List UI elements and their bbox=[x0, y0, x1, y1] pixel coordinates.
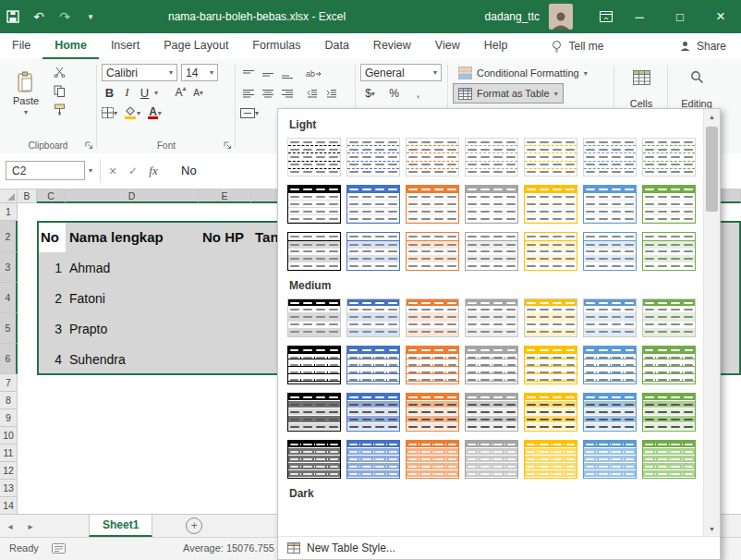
gallery-scrollbar[interactable]: ▲ ▼ bbox=[703, 109, 720, 536]
row-header-6[interactable]: 6 bbox=[0, 344, 18, 374]
name-box[interactable]: C2 bbox=[6, 161, 85, 180]
cell[interactable] bbox=[18, 427, 38, 445]
cell[interactable] bbox=[18, 203, 38, 222]
table-style-medium-grid-gray[interactable] bbox=[465, 346, 518, 384]
comma-style-button[interactable]: , bbox=[410, 85, 426, 102]
cell[interactable] bbox=[37, 427, 67, 445]
enter-icon[interactable]: ✓ bbox=[124, 161, 142, 180]
cell[interactable]: 4 bbox=[37, 344, 67, 375]
table-style-medium-grid-green[interactable] bbox=[642, 346, 696, 384]
tab-help[interactable]: Help bbox=[472, 33, 520, 59]
row-header-4[interactable]: 4 bbox=[0, 283, 18, 313]
name-box-caret-icon[interactable]: ▾ bbox=[89, 166, 92, 175]
cell[interactable] bbox=[199, 392, 252, 410]
table-style-medium-strong-orange[interactable] bbox=[406, 393, 459, 432]
table-style-medium-solid-header-gray[interactable] bbox=[465, 298, 518, 337]
cell[interactable]: 2 bbox=[37, 283, 67, 314]
align-top-button[interactable] bbox=[240, 66, 256, 82]
cell[interactable] bbox=[37, 462, 67, 481]
cell[interactable] bbox=[18, 392, 38, 410]
table-style-medium-strong-gold[interactable] bbox=[524, 393, 577, 432]
table-style-light-plain-green[interactable] bbox=[642, 138, 696, 177]
cell[interactable] bbox=[66, 392, 200, 410]
table-style-medium-strong-lightblue[interactable] bbox=[583, 393, 637, 432]
cell[interactable]: Nama lengkap bbox=[66, 221, 200, 253]
italic-button[interactable]: I bbox=[119, 84, 135, 101]
share-button[interactable]: Share bbox=[679, 33, 726, 59]
table-style-light-banded-lightblue[interactable] bbox=[583, 232, 637, 271]
tab-view[interactable]: View bbox=[423, 33, 472, 59]
wrap-text-button[interactable]: ab bbox=[306, 66, 322, 82]
cell[interactable] bbox=[199, 252, 252, 284]
cell[interactable] bbox=[18, 444, 38, 463]
cell[interactable] bbox=[18, 283, 38, 314]
align-right-button[interactable] bbox=[279, 85, 295, 102]
customize-quick-access-icon[interactable]: ▾ bbox=[78, 0, 103, 33]
table-style-light-header-blue[interactable] bbox=[346, 185, 400, 224]
cell[interactable] bbox=[66, 427, 200, 445]
row-header-8[interactable]: 8 bbox=[0, 392, 18, 409]
save-icon[interactable] bbox=[0, 0, 26, 33]
paste-button[interactable]: Paste ▾ bbox=[6, 64, 46, 123]
minimize-button[interactable]: ─ bbox=[619, 0, 660, 33]
cell[interactable]: 1 bbox=[37, 252, 67, 284]
conditional-formatting-button[interactable]: Conditional Formatting ▾ bbox=[453, 63, 593, 83]
redo-icon[interactable]: ↷ bbox=[52, 0, 78, 33]
align-bottom-button[interactable] bbox=[279, 66, 295, 82]
table-style-medium-solid-header-blue[interactable] bbox=[346, 298, 400, 337]
font-dialog-launcher-icon[interactable] bbox=[224, 141, 232, 150]
table-style-medium-grid-gold[interactable] bbox=[524, 346, 577, 384]
formula-input[interactable]: No bbox=[181, 161, 197, 180]
row-header-12[interactable]: 12 bbox=[0, 462, 18, 480]
scroll-thumb[interactable] bbox=[706, 127, 718, 212]
table-style-medium-solid-header-orange[interactable] bbox=[406, 298, 459, 337]
cell[interactable] bbox=[37, 203, 67, 222]
cell[interactable] bbox=[199, 497, 252, 514]
tab-review[interactable]: Review bbox=[361, 33, 423, 59]
row-header-11[interactable]: 11 bbox=[0, 444, 18, 462]
tab-page-layout[interactable]: Page Layout bbox=[152, 33, 240, 59]
cell[interactable]: Fatoni bbox=[66, 283, 200, 314]
scroll-up-icon[interactable]: ▲ bbox=[704, 109, 720, 124]
table-style-medium-solid-header-lightblue[interactable] bbox=[583, 298, 637, 337]
cell[interactable] bbox=[199, 462, 252, 481]
table-style-medium-solid-green[interactable] bbox=[642, 440, 696, 479]
tell-me-box[interactable]: Tell me bbox=[551, 33, 603, 59]
borders-button[interactable]: ▾ bbox=[102, 104, 117, 121]
cell[interactable] bbox=[199, 283, 252, 314]
table-style-light-header-gray[interactable] bbox=[465, 185, 518, 224]
table-style-medium-grid-lightblue[interactable] bbox=[583, 346, 637, 384]
maximize-button[interactable]: □ bbox=[660, 0, 700, 33]
cell[interactable] bbox=[66, 409, 200, 428]
cell[interactable] bbox=[37, 480, 67, 498]
cancel-icon[interactable]: × bbox=[103, 161, 122, 180]
sheet-nav-right-icon[interactable]: ▸ bbox=[20, 515, 41, 537]
table-style-light-banded-blue[interactable] bbox=[346, 232, 400, 271]
row-header-1[interactable]: 1 bbox=[0, 203, 18, 221]
percent-style-button[interactable]: % bbox=[386, 85, 402, 102]
table-style-medium-solid-header-black[interactable] bbox=[287, 298, 341, 337]
table-style-light-banded-black[interactable] bbox=[287, 232, 341, 271]
cell[interactable]: 3 bbox=[37, 313, 67, 345]
table-style-light-plain-gray[interactable] bbox=[465, 138, 518, 177]
cell[interactable] bbox=[37, 409, 67, 428]
table-style-medium-grid-blue[interactable] bbox=[346, 346, 400, 384]
cell[interactable] bbox=[18, 497, 38, 514]
cell[interactable] bbox=[199, 203, 252, 222]
signed-in-user[interactable]: dadang_ttc bbox=[485, 10, 540, 23]
cell[interactable] bbox=[18, 480, 38, 498]
cell[interactable] bbox=[18, 313, 38, 345]
table-style-light-header-green[interactable] bbox=[642, 185, 696, 224]
cut-button[interactable] bbox=[54, 67, 66, 78]
accounting-format-button[interactable]: $▾ bbox=[362, 85, 378, 102]
cell[interactable] bbox=[199, 480, 252, 498]
tab-insert[interactable]: Insert bbox=[99, 33, 152, 59]
fx-icon[interactable]: fx bbox=[144, 161, 163, 180]
column-header-d[interactable]: D bbox=[66, 189, 199, 203]
table-style-medium-grid-black[interactable] bbox=[287, 346, 341, 384]
table-style-light-banded-gray[interactable] bbox=[465, 232, 518, 271]
tab-data[interactable]: Data bbox=[312, 33, 360, 59]
cell[interactable] bbox=[18, 221, 38, 253]
table-style-light-banded-gold[interactable] bbox=[524, 232, 577, 271]
align-center-button[interactable] bbox=[260, 85, 275, 102]
